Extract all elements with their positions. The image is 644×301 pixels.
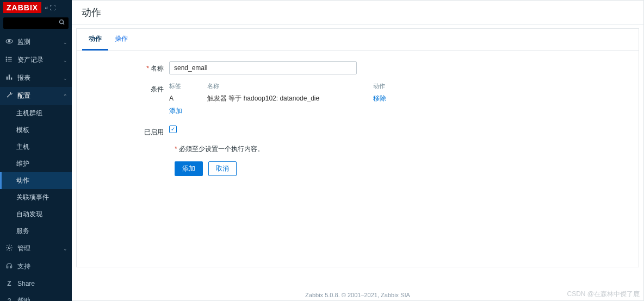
chevron-down-icon: ⌄: [63, 58, 67, 63]
name-input[interactable]: [169, 61, 357, 74]
cond-add-link[interactable]: 添加: [169, 106, 182, 116]
nav-support[interactable]: 支持: [0, 258, 72, 275]
nav-label: 帮助: [17, 296, 30, 301]
chevron-down-icon: ⌄: [63, 40, 67, 45]
main-content: 动作 动作 操作 *名称 条件: [72, 0, 644, 301]
headset-icon: [5, 262, 13, 271]
svg-point-9: [6, 61, 7, 61]
nav-reports[interactable]: 报表 ⌄: [0, 69, 72, 87]
nav-configuration[interactable]: 配置 ⌃: [0, 87, 72, 105]
tab-action[interactable]: 动作: [82, 29, 108, 51]
question-icon: ?: [5, 297, 13, 302]
nav-administration[interactable]: 管理 ⌄: [0, 240, 72, 258]
sub-actions[interactable]: 动作: [0, 172, 72, 189]
cancel-button[interactable]: 取消: [208, 161, 237, 176]
nav-monitoring[interactable]: 监测 ⌄: [0, 33, 72, 51]
chart-icon: [5, 73, 13, 83]
nav-label: 资产记录: [17, 55, 44, 65]
form-card: 动作 操作 *名称 条件: [76, 28, 639, 267]
sub-discovery[interactable]: 自动发现: [0, 206, 72, 223]
svg-line-1: [63, 23, 65, 25]
nav-share[interactable]: Z Share: [0, 275, 72, 292]
sidebar: ZABBIX « ⛶ 监测 ⌄ 资产记录 ⌄: [0, 0, 72, 301]
nav-label: 监测: [17, 37, 30, 47]
nav-label: 报表: [17, 73, 30, 83]
search-input[interactable]: [7, 20, 59, 27]
cond-header-tag: 标签: [169, 82, 207, 90]
warning-text: *必须至少设置一个执行内容。: [175, 145, 617, 154]
tabs: 动作 操作: [77, 29, 639, 51]
sub-maintenance[interactable]: 维护: [0, 155, 72, 172]
svg-point-7: [6, 57, 7, 58]
cond-text: 触发器 等于 hadoop102: datanode_die: [207, 94, 373, 103]
nav-label: 支持: [17, 262, 30, 271]
cond-header-action: 动作: [373, 82, 395, 90]
sub-templates[interactable]: 模板: [0, 122, 72, 139]
footer-text: Zabbix 5.0.8. © 2001–2021, Zabbix SIA: [72, 287, 643, 300]
svg-rect-11: [9, 74, 10, 79]
cond-tag: A: [169, 95, 207, 102]
sub-hosts[interactable]: 主机: [0, 139, 72, 155]
svg-point-8: [6, 59, 7, 59]
chevron-up-icon: ⌃: [63, 93, 67, 99]
svg-point-0: [60, 20, 64, 24]
svg-rect-10: [7, 77, 8, 80]
wrench-icon: [5, 91, 13, 101]
enabled-checkbox[interactable]: ✓: [169, 126, 177, 133]
search-box[interactable]: [3, 17, 69, 29]
cond-remove-link[interactable]: 移除: [373, 95, 386, 102]
nav-label: 配置: [17, 91, 30, 101]
label-name: *名称: [98, 61, 169, 73]
condition-row: A 触发器 等于 hadoop102: datanode_die 移除: [169, 92, 395, 105]
sub-services[interactable]: 服务: [0, 223, 72, 240]
sub-correlation[interactable]: 关联项事件: [0, 189, 72, 206]
cond-header-name: 名称: [207, 82, 373, 90]
gear-icon: [5, 244, 13, 253]
svg-point-13: [8, 247, 10, 249]
brand-row: ZABBIX « ⛶: [0, 0, 72, 15]
page-title: 动作: [72, 1, 643, 25]
sidebar-toggle-icons[interactable]: « ⛶: [45, 4, 55, 11]
search-icon[interactable]: [59, 19, 65, 27]
svg-point-3: [8, 40, 10, 42]
nav-label: 管理: [17, 244, 30, 253]
zabbix-z-icon: Z: [5, 280, 13, 287]
nav-inventory[interactable]: 资产记录 ⌄: [0, 51, 72, 69]
svg-rect-12: [11, 78, 12, 80]
eye-icon: [5, 37, 13, 47]
chevron-down-icon: ⌄: [63, 246, 67, 252]
tab-operations[interactable]: 操作: [108, 29, 134, 50]
nav-label: Share: [17, 280, 35, 287]
label-enabled: 已启用: [98, 125, 169, 137]
label-conditions: 条件: [98, 82, 169, 94]
nav-help[interactable]: ? 帮助: [0, 292, 72, 301]
chevron-down-icon: ⌄: [63, 76, 67, 81]
brand-logo: ZABBIX: [3, 2, 41, 13]
conditions-table: 标签 名称 动作 A 触发器 等于 hadoop102: datanode_di…: [169, 82, 395, 117]
sub-host-groups[interactable]: 主机群组: [0, 105, 72, 122]
list-icon: [5, 55, 13, 65]
submit-button[interactable]: 添加: [175, 161, 203, 176]
